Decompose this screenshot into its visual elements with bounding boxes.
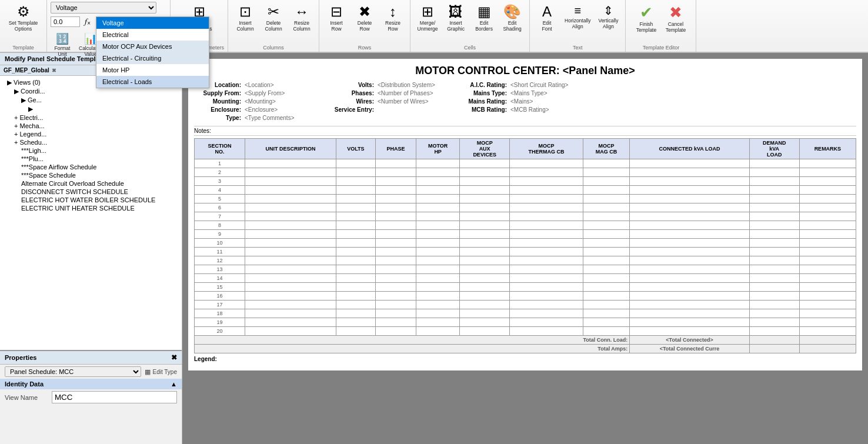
table-row[interactable]: 14 [195,274,856,283]
tree-item-space-airflow[interactable]: ***Space Airflow Schedule [2,163,179,171]
table-row[interactable]: 6 [195,203,856,212]
edit-borders-button[interactable]: ▦ Edit Borders [470,2,498,34]
table-row[interactable]: 5 [195,195,856,203]
cancel-template-button[interactable]: ✖ Cancel Template [662,2,689,35]
tree-item-space-schedule[interactable]: ***Space Schedule [2,171,179,179]
set-template-options-button[interactable]: ⚙ Set Template Options [6,2,41,34]
dropdown-item-electrical[interactable]: Electrical [96,29,209,41]
insert-graphic-button[interactable]: 🖼 Insert Graphic [442,2,469,34]
cell-phase [375,292,416,301]
table-row[interactable]: 20 [195,327,856,336]
rows-section-label: Rows [323,44,406,51]
cell-phase [375,318,416,327]
content-area[interactable]: MOTOR CONTROL CENTER: <Panel Name> Locat… [182,53,868,444]
table-row[interactable]: 3 [195,177,856,186]
cell-mocp-therm [510,203,583,212]
cell-mocp-therm [510,256,583,265]
delete-col-label: Delete Column [265,20,282,32]
cell-hp [416,248,460,256]
format-unit-button[interactable]: 🔢 Format Unit [51,31,74,59]
table-row[interactable]: 19 [195,318,856,327]
dropdown-item-elec-circ[interactable]: Electrical - Circuiting [96,52,209,64]
insert-column-button[interactable]: ⊡ Insert Column [232,2,259,34]
tree-item-disconnect[interactable]: DISCONNECT SWITCH SCHEDULE [2,188,179,196]
schedule-type-select[interactable]: Panel Schedule: MCC [5,366,141,377]
cell-dem-kva [749,221,799,230]
edit-shading-button[interactable]: 🎨 Edit Shading [499,2,526,34]
dropdown-item-elec-loads[interactable]: Electrical - Loads [96,76,209,88]
unit-type-select[interactable]: Voltage Electrical Motor OCP Aux Devices… [51,2,156,14]
edit-font-button[interactable]: A Edit Font [533,2,560,34]
left-panel: Modify Panel Schedule Template GF_MEP_Gl… [0,53,182,444]
schedule-type-row: Panel Schedule: MCC ▦ Edit Type [0,365,182,379]
table-row[interactable]: 15 [195,283,856,292]
tree-item-ge[interactable]: ▶ Ge... [2,96,179,105]
cell-mocp-mag [583,327,630,336]
table-row[interactable]: 18 [195,309,856,318]
h-align-icon: ≡ [574,5,581,16]
cell-mocp-mag [583,239,630,248]
cell-phase [375,274,416,283]
cell-mocp-mag [583,265,630,274]
tree-area[interactable]: ▶ Views (0) ▶ Coordi... ▶ Ge... ▶ + Elec… [0,76,182,350]
cell-conn-kva [630,168,749,177]
insert-row-button[interactable]: ⊟ Insert Row [323,2,350,34]
resize-column-button[interactable]: ↔ Resize Column [288,2,315,34]
table-row[interactable]: 16 [195,292,856,301]
cell-mocp-mag [583,203,630,212]
edit-type-button[interactable]: ▦ Edit Type [145,368,177,376]
cell-conn-kva [630,177,749,186]
cell-desc [245,203,336,212]
dropdown-item-motorocp[interactable]: Motor OCP Aux Devices [96,41,209,52]
view-name-input[interactable] [52,391,177,403]
tree-item-legend[interactable]: + Legend... [2,130,179,138]
total-conn-blank2 [799,336,856,345]
resize-col-label: Resize Column [293,20,310,32]
cell-conn-kva [630,301,749,309]
merge-unmerge-button[interactable]: ⊞ Merge/ Unmerge [414,2,441,34]
v-align-label: Vertically Align [598,18,618,29]
dropdown-item-motorhp[interactable]: Motor HP [96,64,209,76]
cell-conn-kva [630,265,749,274]
delete-row-button[interactable]: ✖ Delete Row [351,2,378,34]
finish-template-button[interactable]: ✔ Finish Template [633,2,660,35]
identity-data-header[interactable]: Identity Data ▲ [0,379,182,389]
tree-item-heater[interactable]: ELECTRIC UNIT HEATER SCHEDULE [2,204,179,212]
cell-mocp-therm [510,248,583,256]
v-align-button[interactable]: ⇕ Vertically Align [595,2,622,31]
h-align-button[interactable]: ≡ Horizontally Align [562,2,593,31]
tree-item-mecha[interactable]: + Mecha... [2,122,179,130]
table-row[interactable]: 10 [195,239,856,248]
cell-desc [245,221,336,230]
unit-value-input[interactable] [51,16,80,27]
cell-conn-kva [630,212,749,221]
delete-column-button[interactable]: ✂ Delete Column [260,2,287,34]
table-row[interactable]: 1 [195,159,856,168]
table-row[interactable]: 8 [195,221,856,230]
tree-item-boiler[interactable]: ELECTRIC HOT WATER BOILER SCHEDULE [2,196,179,204]
unit-dropdown-overlay: Voltage Electrical Motor OCP Aux Devices… [96,16,209,88]
dropdown-item-voltage[interactable]: Voltage [96,17,209,29]
tree-item-plu[interactable]: ***Plu... [2,155,179,163]
table-row[interactable]: 7 [195,212,856,221]
table-row[interactable]: 9 [195,230,856,239]
table-row[interactable]: 17 [195,301,856,309]
formula-button[interactable]: 𝑓ₓ [82,15,94,28]
cell-mocp-therm [510,230,583,239]
table-row[interactable]: 4 [195,186,856,195]
table-row[interactable]: 12 [195,256,856,265]
tree-item-alt-circuit[interactable]: Alternate Circuit Overload Schedule [2,179,179,188]
tree-item-schedu[interactable]: + Schedu... [2,138,179,146]
cell-section-no: 8 [195,221,245,230]
table-row[interactable]: 13 [195,265,856,274]
resize-row-button[interactable]: ↕ Resize Row [379,2,406,34]
table-row[interactable]: 2 [195,168,856,177]
tree-close-btn[interactable]: ✖ [52,68,56,74]
tree-item-sub[interactable]: ▶ [2,105,179,113]
properties-close[interactable]: ✖ [171,353,177,362]
cell-mocp-aux [460,274,510,283]
tree-item-light[interactable]: ***Ligh... [2,146,179,155]
table-row[interactable]: 11 [195,248,856,256]
tree-item-coordi[interactable]: ▶ Coordi... [2,87,179,96]
tree-item-electri[interactable]: + Electri... [2,113,179,122]
